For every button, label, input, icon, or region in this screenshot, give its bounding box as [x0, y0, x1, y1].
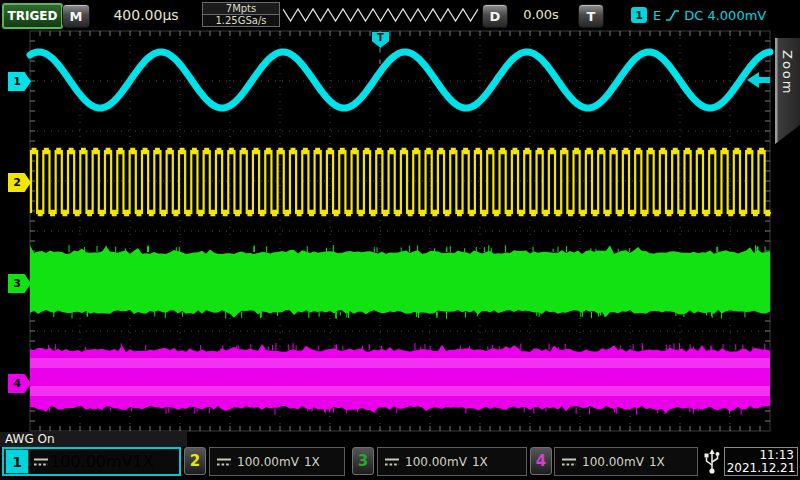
trigger-status-indicator: TRIGED — [2, 3, 63, 29]
clock-box: 11:13 2021.12.21 — [724, 447, 798, 476]
channel-2-scale: 100.00mV — [237, 455, 299, 469]
waveform-display-area: 1 2 3 4 T Zoom — [0, 30, 800, 432]
horizontal-delay-readout: 0.00s — [506, 0, 576, 30]
dc-coupling-icon — [561, 457, 577, 467]
horizontal-menu-button[interactable]: M — [62, 4, 90, 28]
channel-status-bar: 1 100.00mV 1X 2 100.00mV 1X 3 100.00 — [0, 447, 800, 480]
channel-3-badge[interactable]: 3 — [352, 447, 374, 475]
memory-depth: 7Mpts — [203, 3, 279, 15]
dc-coupling-icon — [216, 457, 232, 467]
channel-1-badge[interactable]: 1 — [5, 449, 29, 474]
channel-4-scale: 100.00mV — [582, 455, 644, 469]
date-readout: 2021.12.21 — [725, 462, 797, 475]
trigger-settings-readout: E DC 4.000mV — [653, 0, 766, 30]
trigger-type-label: E — [653, 8, 661, 23]
channel-1-scale: 100.00mV — [50, 452, 133, 471]
channel-1-box[interactable]: 1 100.00mV 1X — [2, 447, 181, 476]
channel-1-probe: 1X — [133, 452, 154, 471]
waveform-ch1 — [30, 52, 770, 108]
channel-2-badge[interactable]: 2 — [184, 447, 206, 475]
dc-coupling-icon — [33, 457, 49, 467]
waveform-ch4-bright-band — [30, 358, 770, 368]
preview-waveform — [283, 9, 478, 21]
trigger-source-badge[interactable]: 1 — [631, 7, 647, 23]
channel-2-probe: 1X — [304, 455, 320, 469]
awg-status-label: AWG On — [0, 432, 187, 447]
channel-3-box[interactable]: 100.00mV 1X — [377, 447, 527, 476]
waveform-ch2 — [31, 151, 771, 213]
waveform-ch3 — [30, 245, 770, 318]
timebase-readout: 400.00μs — [92, 0, 200, 30]
channel-3-probe: 1X — [472, 455, 488, 469]
waveform-preview-strip[interactable] — [283, 5, 478, 25]
channel-4-box[interactable]: 100.00mV 1X — [554, 447, 698, 476]
channel-4-badge[interactable]: 4 — [530, 447, 552, 475]
top-status-bar: TRIGED M 400.00μs 7Mpts 1.25GSa/s D 0.00… — [0, 0, 800, 30]
graticule-and-waveforms — [0, 30, 800, 432]
channel-4-probe: 1X — [649, 455, 665, 469]
time-readout: 11:13 — [725, 448, 797, 462]
oscilloscope-screen: TRIGED M 400.00μs 7Mpts 1.25GSa/s D 0.00… — [0, 0, 800, 480]
sample-rate: 1.25GSa/s — [203, 15, 279, 26]
acquisition-info-box: 7Mpts 1.25GSa/s — [202, 2, 280, 27]
rising-edge-icon — [665, 9, 680, 22]
channel-2-box[interactable]: 100.00mV 1X — [209, 447, 345, 476]
waveform-ch4 — [30, 344, 770, 413]
dc-coupling-icon — [384, 457, 400, 467]
delay-button[interactable]: D — [482, 4, 508, 28]
usb-icon — [702, 448, 722, 475]
channel-3-scale: 100.00mV — [405, 455, 467, 469]
trigger-coupling-level: DC 4.000mV — [684, 8, 766, 23]
waveform-ch4-bright-band — [30, 386, 770, 396]
zoom-tab-label: Zoom — [780, 50, 795, 95]
trigger-menu-button[interactable]: T — [578, 4, 604, 28]
